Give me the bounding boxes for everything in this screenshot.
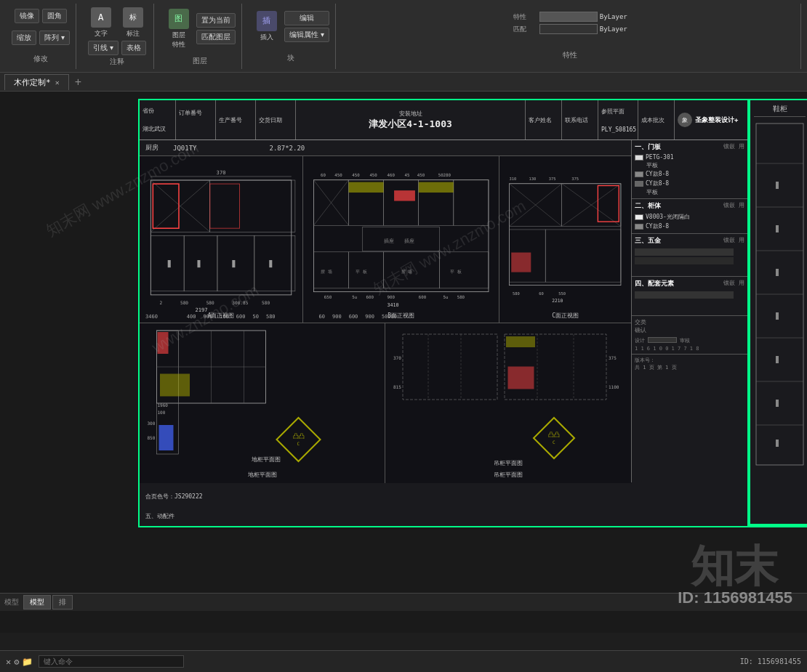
svg-text:2210: 2210 (553, 298, 563, 303)
side-section-cabinet: 二、柜体 镶嵌 用 V8003-光闭隔白 CY款8-8 (632, 199, 747, 234)
model-tab-label: 模型 (30, 598, 44, 606)
mirror-button[interactable]: 镜像 (15, 9, 39, 23)
door-item-cy1: CY款8-8 (635, 169, 744, 179)
matching-row-1 (635, 291, 734, 299)
svg-text:450: 450 (369, 173, 377, 177)
svg-text:摆 墙: 摆 墙 (401, 270, 412, 274)
command-input[interactable] (39, 655, 184, 668)
matching-space (635, 291, 744, 313)
cabinet-title: 二、柜体 (635, 201, 661, 211)
side-section-hardware: 三、五金 镶嵌 用 (632, 234, 747, 277)
model-label: 模型 (4, 597, 19, 607)
door-swatch-3 (635, 181, 643, 187)
toolbar-group-annotation: A 文字 标 标注 引线 ▾ 表格 注释 (81, 4, 154, 69)
doc-tab-woodwork[interactable]: 木作定制* ✕ (4, 74, 69, 90)
svg-text:650: 650 (324, 295, 332, 299)
text-button[interactable]: A 文字 (87, 5, 116, 41)
svg-rect-9 (150, 235, 184, 291)
svg-text:450: 450 (334, 173, 342, 177)
elevation-c-svg: 310 130 375 375 (499, 156, 630, 323)
dimension-button[interactable]: 标 标注 (119, 5, 148, 41)
side-section-matching: 四、配套元素 镶嵌 用 (632, 277, 747, 316)
fillet-button[interactable]: 圆角 (42, 9, 67, 23)
settings-status-icon[interactable]: ⚙ (14, 657, 19, 667)
cad-viewport[interactable]: 省份 湖北武汉 订单番号 生产番号 交货日期 安装地址 津发小区4-1-1003… (138, 99, 749, 527)
section5-label: 五、动配件 (145, 513, 174, 519)
svg-text:吊柜平面图: 吊柜平面图 (494, 460, 523, 466)
props-controls: 特性 ByLayer 匹配 ByLayer (513, 12, 627, 34)
doc-tab-label: 木作定制* (14, 77, 51, 88)
table-button[interactable]: 表格 (121, 41, 146, 55)
canvas-area[interactable]: 知末网 www.znzmo.com www.znzmo.com 知末网 www.… (0, 92, 807, 633)
door-code-2: CY款8-8 (646, 170, 669, 178)
insert-button[interactable]: 插 插入 (252, 9, 281, 44)
hazard-symbol-upper: 凸凸 C (534, 418, 574, 458)
paper-tab[interactable]: 排 (52, 595, 73, 610)
leader-button[interactable]: 引线 ▾ (88, 41, 119, 55)
close-icon[interactable]: ✕ (55, 78, 60, 86)
company-cell: 象 圣象整装设计+ (675, 100, 747, 139)
svg-text:5u: 5u (352, 295, 357, 299)
svg-text:450: 450 (417, 173, 425, 177)
document-tabs: 木作定制* ✕ + (0, 73, 807, 92)
model-tab[interactable]: 模型 (23, 595, 51, 610)
svg-rect-105 (506, 336, 535, 347)
block-controls: 编辑 编辑属性 ▾ (284, 11, 329, 42)
scale-button[interactable]: 缩放 (12, 31, 36, 45)
folder-icon[interactable]: 📁 (22, 657, 33, 667)
svg-text:C: C (553, 440, 555, 445)
hardware-subtitle: 镶嵌 用 (723, 236, 744, 247)
svg-rect-124 (776, 269, 779, 276)
svg-text:插座: 插座 (384, 238, 394, 244)
svg-text:300: 300 (148, 421, 156, 426)
svg-rect-104 (508, 367, 534, 389)
main-toolbar: 镜像 圆角 缩放 阵列 ▾ 修改 A 文字 标 标注 引线 ▾ 表格 注释 (0, 0, 807, 73)
array-button[interactable]: 阵列 ▾ (39, 31, 70, 45)
door-code-3: CY款8-8 (646, 179, 669, 187)
svg-text:5u: 5u (443, 295, 449, 299)
set-current-button[interactable]: 置为当前 (196, 13, 236, 28)
svg-text:凸凸: 凸凸 (293, 433, 305, 440)
props-label1: 特性 (513, 12, 535, 22)
edit-attr-button[interactable]: 编辑属性 ▾ (284, 28, 329, 42)
toolbar-group-layer: 图 图层特性 置为当前 匹配图层 图层 (158, 4, 242, 69)
close-status-icon[interactable]: ✕ (6, 657, 11, 667)
edit-block-button[interactable]: 编辑 (284, 11, 329, 25)
svg-rect-12 (254, 235, 295, 291)
plan-base-svg: 凸凸 C 2197 300 850 地柜平面图 1960 100 (140, 323, 385, 483)
svg-text:580: 580 (457, 295, 465, 299)
cabinet-item-cy: CY款8-8 (635, 222, 744, 231)
svg-text:375: 375 (572, 177, 579, 181)
svg-rect-75 (546, 230, 622, 282)
svg-text:580: 580 (180, 300, 188, 305)
room-code: JQ01TY (173, 145, 197, 152)
svg-text:50280: 50280 (438, 173, 451, 177)
svg-rect-38 (419, 182, 454, 193)
cost-cell: 成本批次 (638, 100, 675, 139)
svg-text:370: 370 (217, 169, 226, 176)
dimension-icon: 标 (123, 7, 143, 28)
side-section-doors: 一、门板 镶嵌 用 PETG-301 平板 CY款8-8 CY款8-8 平板 (632, 140, 747, 199)
toolbar-row2: 缩放 阵列 ▾ (12, 31, 70, 45)
svg-text:550: 550 (559, 291, 566, 296)
hazard-symbol: 凸凸 C (277, 418, 321, 461)
svg-text:850: 850 (148, 435, 156, 440)
svg-rect-13 (168, 260, 171, 267)
cabinet-code-2: CY款8-8 (646, 222, 669, 230)
svg-rect-72 (598, 186, 619, 222)
hardware-title: 三、五金 (635, 236, 661, 246)
svg-rect-126 (776, 356, 779, 363)
layer-props-button[interactable]: 图 图层特性 (164, 7, 193, 52)
upper-plan-label: 吊柜平面图 (494, 471, 523, 479)
plan-dimensions-row: 3460 400 900 100 600 50 580 60 900 600 9… (140, 310, 631, 323)
svg-rect-98 (403, 334, 497, 400)
svg-text:1960: 1960 (158, 402, 169, 408)
company-logo: 象 (678, 113, 692, 127)
bylayer1-value: ByLayer (600, 13, 627, 20)
zhimu-watermark: 知末 (691, 538, 778, 596)
svg-text:815: 815 (393, 384, 401, 389)
plan-views-row: 3460 400 900 100 600 50 580 60 900 600 9… (140, 323, 631, 483)
match-layer-button[interactable]: 匹配图层 (196, 30, 236, 44)
new-tab-button[interactable]: + (72, 76, 84, 89)
toolbar-group-block: 插 插入 编辑 编辑属性 ▾ 块 (246, 4, 336, 69)
